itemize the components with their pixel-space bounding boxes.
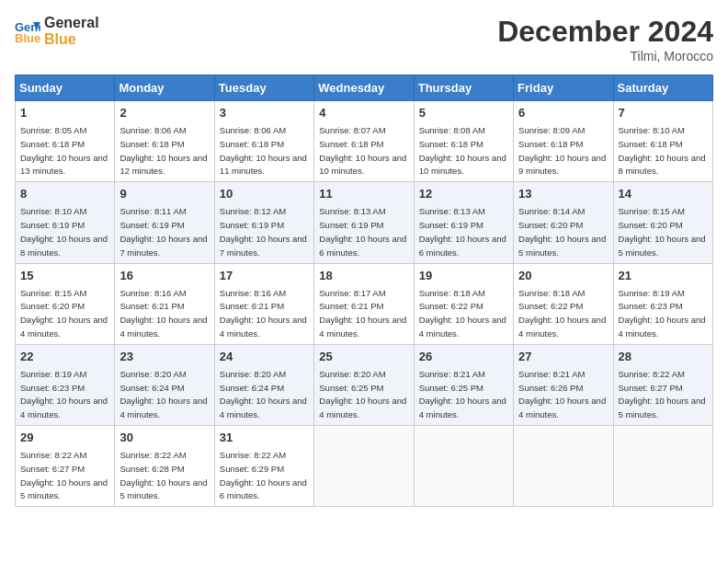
calendar-day-cell: 1Sunrise: 8:05 AMSunset: 6:18 PMDaylight… <box>16 101 115 182</box>
calendar-day-cell: 28Sunrise: 8:22 AMSunset: 6:27 PMDayligh… <box>613 344 712 425</box>
day-info: Sunrise: 8:22 AMSunset: 6:27 PMDaylight:… <box>20 450 108 500</box>
day-number: 11 <box>319 186 408 202</box>
day-number: 18 <box>319 268 408 284</box>
day-info: Sunrise: 8:20 AMSunset: 6:25 PMDaylight:… <box>319 369 406 419</box>
day-number: 23 <box>119 349 209 365</box>
calendar-day-cell: 9Sunrise: 8:11 AMSunset: 6:19 PMDaylight… <box>115 182 214 263</box>
month-title: December 2024 <box>497 15 713 49</box>
day-number: 16 <box>119 268 209 284</box>
day-number: 28 <box>619 349 708 365</box>
calendar-table: SundayMondayTuesdayWednesdayThursdayFrid… <box>15 75 713 507</box>
calendar-day-cell: 17Sunrise: 8:16 AMSunset: 6:21 PMDayligh… <box>214 263 313 344</box>
calendar-day-cell: 30Sunrise: 8:22 AMSunset: 6:28 PMDayligh… <box>115 426 214 507</box>
day-info: Sunrise: 8:11 AMSunset: 6:19 PMDaylight:… <box>119 206 207 257</box>
day-info: Sunrise: 8:20 AMSunset: 6:24 PMDaylight:… <box>220 369 307 419</box>
day-info: Sunrise: 8:06 AMSunset: 6:18 PMDaylight:… <box>220 125 307 176</box>
calendar-day-cell: 19Sunrise: 8:18 AMSunset: 6:22 PMDayligh… <box>414 263 513 344</box>
calendar-week-row: 1Sunrise: 8:05 AMSunset: 6:18 PMDaylight… <box>16 101 713 182</box>
day-number: 7 <box>619 105 708 121</box>
day-info: Sunrise: 8:20 AMSunset: 6:24 PMDaylight:… <box>119 369 207 419</box>
calendar-week-row: 15Sunrise: 8:15 AMSunset: 6:20 PMDayligh… <box>16 263 713 344</box>
logo-icon: General Blue <box>15 18 40 44</box>
calendar-day-cell: 7Sunrise: 8:10 AMSunset: 6:18 PMDaylight… <box>613 101 712 182</box>
day-info: Sunrise: 8:12 AMSunset: 6:19 PMDaylight:… <box>220 206 307 257</box>
calendar-day-cell: 14Sunrise: 8:15 AMSunset: 6:20 PMDayligh… <box>613 182 712 263</box>
calendar-day-cell: 27Sunrise: 8:21 AMSunset: 6:26 PMDayligh… <box>514 344 613 425</box>
day-number: 17 <box>220 268 309 284</box>
day-number: 9 <box>119 186 209 202</box>
day-number: 5 <box>419 105 508 121</box>
day-number: 31 <box>220 430 309 446</box>
calendar-day-cell: 4Sunrise: 8:07 AMSunset: 6:18 PMDaylight… <box>314 101 414 182</box>
calendar-week-row: 22Sunrise: 8:19 AMSunset: 6:23 PMDayligh… <box>16 344 713 425</box>
calendar-day-cell: 2Sunrise: 8:06 AMSunset: 6:18 PMDaylight… <box>115 101 214 182</box>
day-info: Sunrise: 8:19 AMSunset: 6:23 PMDaylight:… <box>619 288 706 339</box>
calendar-day-cell <box>613 426 712 507</box>
day-info: Sunrise: 8:14 AMSunset: 6:20 PMDaylight:… <box>518 206 606 257</box>
calendar-day-cell: 24Sunrise: 8:20 AMSunset: 6:24 PMDayligh… <box>214 344 313 425</box>
calendar-day-cell: 15Sunrise: 8:15 AMSunset: 6:20 PMDayligh… <box>16 263 115 344</box>
day-number: 20 <box>518 268 608 284</box>
day-number: 25 <box>319 349 408 365</box>
day-number: 26 <box>419 349 508 365</box>
day-info: Sunrise: 8:09 AMSunset: 6:18 PMDaylight:… <box>518 125 606 176</box>
day-info: Sunrise: 8:10 AMSunset: 6:18 PMDaylight:… <box>619 125 706 176</box>
day-number: 12 <box>419 186 508 202</box>
weekday-header: Monday <box>115 75 214 101</box>
logo-blue: Blue <box>44 31 99 48</box>
logo: General Blue General Blue <box>15 15 99 49</box>
day-info: Sunrise: 8:10 AMSunset: 6:19 PMDaylight:… <box>20 206 108 257</box>
calendar-day-cell: 26Sunrise: 8:21 AMSunset: 6:25 PMDayligh… <box>414 344 513 425</box>
day-number: 19 <box>419 268 508 284</box>
day-number: 24 <box>220 349 309 365</box>
calendar-day-cell: 22Sunrise: 8:19 AMSunset: 6:23 PMDayligh… <box>16 344 115 425</box>
calendar-day-cell <box>514 426 613 507</box>
title-block: December 2024 Tilmi, Morocco <box>497 15 713 63</box>
day-info: Sunrise: 8:15 AMSunset: 6:20 PMDaylight:… <box>619 206 706 257</box>
day-number: 10 <box>220 186 309 202</box>
day-info: Sunrise: 8:22 AMSunset: 6:29 PMDaylight:… <box>220 450 307 500</box>
calendar-day-cell: 8Sunrise: 8:10 AMSunset: 6:19 PMDaylight… <box>16 182 115 263</box>
calendar-day-cell <box>314 426 414 507</box>
day-info: Sunrise: 8:08 AMSunset: 6:18 PMDaylight:… <box>419 125 506 176</box>
weekday-header-row: SundayMondayTuesdayWednesdayThursdayFrid… <box>16 75 713 101</box>
day-number: 15 <box>20 268 109 284</box>
weekday-header: Thursday <box>414 75 513 101</box>
page-header: General Blue General Blue December 2024 … <box>15 15 713 63</box>
day-number: 6 <box>518 105 608 121</box>
day-info: Sunrise: 8:16 AMSunset: 6:21 PMDaylight:… <box>119 288 207 339</box>
calendar-day-cell: 29Sunrise: 8:22 AMSunset: 6:27 PMDayligh… <box>16 426 115 507</box>
calendar-day-cell: 25Sunrise: 8:20 AMSunset: 6:25 PMDayligh… <box>314 344 414 425</box>
day-number: 22 <box>20 349 109 365</box>
day-info: Sunrise: 8:16 AMSunset: 6:21 PMDaylight:… <box>220 288 307 339</box>
day-info: Sunrise: 8:22 AMSunset: 6:27 PMDaylight:… <box>619 369 706 419</box>
day-number: 2 <box>119 105 209 121</box>
calendar-day-cell: 13Sunrise: 8:14 AMSunset: 6:20 PMDayligh… <box>514 182 613 263</box>
weekday-header: Sunday <box>16 75 115 101</box>
calendar-day-cell: 21Sunrise: 8:19 AMSunset: 6:23 PMDayligh… <box>613 263 712 344</box>
location: Tilmi, Morocco <box>497 49 713 63</box>
calendar-week-row: 29Sunrise: 8:22 AMSunset: 6:27 PMDayligh… <box>16 426 713 507</box>
day-info: Sunrise: 8:18 AMSunset: 6:22 PMDaylight:… <box>518 288 606 339</box>
day-number: 21 <box>619 268 708 284</box>
weekday-header: Wednesday <box>314 75 414 101</box>
calendar-day-cell: 11Sunrise: 8:13 AMSunset: 6:19 PMDayligh… <box>314 182 414 263</box>
weekday-header: Friday <box>514 75 613 101</box>
day-info: Sunrise: 8:13 AMSunset: 6:19 PMDaylight:… <box>319 206 406 257</box>
day-info: Sunrise: 8:21 AMSunset: 6:26 PMDaylight:… <box>518 369 606 419</box>
day-info: Sunrise: 8:07 AMSunset: 6:18 PMDaylight:… <box>319 125 406 176</box>
calendar-day-cell: 16Sunrise: 8:16 AMSunset: 6:21 PMDayligh… <box>115 263 214 344</box>
day-number: 27 <box>518 349 608 365</box>
day-number: 14 <box>619 186 708 202</box>
svg-text:Blue: Blue <box>15 31 40 44</box>
day-info: Sunrise: 8:05 AMSunset: 6:18 PMDaylight:… <box>20 125 108 176</box>
calendar-day-cell: 5Sunrise: 8:08 AMSunset: 6:18 PMDaylight… <box>414 101 513 182</box>
calendar-day-cell: 3Sunrise: 8:06 AMSunset: 6:18 PMDaylight… <box>214 101 313 182</box>
calendar-day-cell: 6Sunrise: 8:09 AMSunset: 6:18 PMDaylight… <box>514 101 613 182</box>
day-info: Sunrise: 8:18 AMSunset: 6:22 PMDaylight:… <box>419 288 506 339</box>
day-info: Sunrise: 8:15 AMSunset: 6:20 PMDaylight:… <box>20 288 108 339</box>
day-info: Sunrise: 8:06 AMSunset: 6:18 PMDaylight:… <box>119 125 207 176</box>
day-number: 4 <box>319 105 408 121</box>
day-number: 8 <box>20 186 109 202</box>
day-number: 29 <box>20 430 109 446</box>
